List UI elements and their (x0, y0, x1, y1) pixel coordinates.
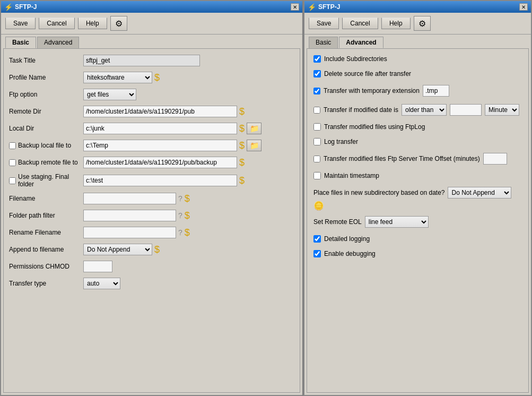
transfer-modified-files-label: Transfer modified files using FtpLog (324, 123, 425, 131)
right-gear-button[interactable]: ⚙ (414, 16, 431, 31)
delete-source-label: Delete source file after transfer (324, 70, 411, 78)
detailed-logging-label: Detailed logging (324, 235, 370, 243)
local-dir-row: Local Dir $ 📁 (9, 122, 294, 135)
log-transfer-checkbox[interactable] (313, 138, 321, 145)
right-panel-content: Include Subdirectories Delete source fil… (307, 48, 529, 393)
remote-dir-input[interactable] (83, 106, 237, 117)
right-help-button[interactable]: Help (381, 18, 411, 29)
backup-remote-label: Backup remote file to (18, 159, 78, 166)
left-window: ⚡ SFTP-J ✕ Save Cancel Help ⚙ Basic Adva… (0, 0, 303, 396)
filename-dollar-icon[interactable]: $ (185, 193, 190, 204)
maintain-timestamp-label: Maintain timestamp (324, 172, 379, 179)
task-title-label: Task Title (9, 57, 83, 64)
staging-row: Use staging. Final folder $ (9, 173, 294, 188)
right-tab-basic[interactable]: Basic (309, 37, 338, 48)
detailed-logging-checkbox[interactable] (313, 235, 321, 243)
append-dollar-icon[interactable]: $ (154, 244, 160, 255)
remote-dir-label: Remote Dir (9, 108, 83, 115)
left-help-button[interactable]: Help (78, 18, 107, 29)
left-tab-basic[interactable]: Basic (5, 37, 36, 48)
enable-debugging-label: Enable debugging (324, 250, 376, 257)
left-close-button[interactable]: ✕ (291, 3, 299, 11)
transfer-modified-files-checkbox[interactable] (313, 123, 321, 131)
backup-local-folder-button[interactable]: 📁 (247, 140, 261, 151)
folder-path-dollar-icon[interactable]: $ (185, 210, 190, 221)
log-transfer-row: Log transfer (313, 138, 522, 145)
backup-remote-input[interactable] (83, 157, 237, 168)
rename-question-icon: ? (178, 228, 182, 237)
transfer-type-row: Transfer type auto (9, 277, 294, 290)
transfer-modified-date-row: Transfer if modified date is older than … (313, 104, 522, 116)
filename-label: Filename (9, 195, 83, 202)
staging-label: Use staging. Final folder (18, 173, 83, 188)
right-tabs: Basic Advanced (304, 35, 531, 48)
local-dir-folder-button[interactable]: 📁 (247, 123, 261, 134)
staging-checkbox[interactable] (9, 177, 16, 184)
profile-name-dollar-icon[interactable]: $ (154, 72, 160, 83)
modified-date-value-input[interactable] (450, 104, 482, 116)
rename-input[interactable] (83, 227, 176, 238)
profile-name-select[interactable]: hiteksoftware (83, 72, 152, 83)
transfer-type-select[interactable]: auto (83, 278, 120, 289)
left-gear-button[interactable]: ⚙ (110, 16, 127, 31)
backup-remote-checkbox[interactable] (9, 159, 16, 166)
enable-debugging-checkbox[interactable] (313, 250, 321, 257)
coin-icon[interactable]: 🪙 (313, 201, 324, 210)
log-transfer-label: Log transfer (324, 138, 358, 145)
local-dir-dollar-icon[interactable]: $ (239, 123, 245, 134)
left-title-bar-left: ⚡ SFTP-J (4, 3, 37, 11)
delete-source-checkbox[interactable] (313, 70, 321, 78)
right-cancel-button[interactable]: Cancel (342, 18, 378, 29)
transfer-modified-date-checkbox[interactable] (313, 107, 320, 114)
chmod-row: Permissions CHMOD (9, 260, 294, 273)
backup-remote-row: Backup remote file to $ (9, 156, 294, 169)
maintain-timestamp-checkbox[interactable] (313, 172, 321, 179)
staging-input[interactable] (83, 175, 237, 186)
transfer-offset-input[interactable] (483, 153, 507, 165)
detailed-logging-row: Detailed logging (313, 235, 522, 243)
transfer-temp-label: Transfer with temporary extension (324, 87, 420, 94)
rename-dollar-icon[interactable]: $ (185, 227, 190, 238)
ftp-option-select[interactable]: get files (83, 89, 136, 100)
backup-remote-dollar-icon[interactable]: $ (239, 157, 245, 168)
transfer-temp-input[interactable] (423, 85, 449, 97)
local-dir-input[interactable] (83, 123, 237, 134)
chmod-input[interactable] (83, 261, 112, 272)
right-save-button[interactable]: Save (309, 18, 339, 29)
right-close-button[interactable]: ✕ (519, 3, 528, 11)
left-cancel-button[interactable]: Cancel (39, 18, 74, 29)
right-title-bar: ⚡ SFTP-J ✕ (304, 1, 531, 13)
include-subdirectories-label: Include Subdirectories (324, 55, 387, 63)
left-panel-content: Task Title Profile Name hiteksoftware $ … (3, 48, 300, 393)
folder-path-input[interactable] (83, 210, 176, 221)
transfer-temp-row: Transfer with temporary extension (313, 85, 522, 97)
transfer-temp-checkbox[interactable] (313, 88, 320, 94)
task-title-input[interactable] (83, 55, 200, 66)
right-tab-advanced[interactable]: Advanced (339, 37, 383, 48)
left-save-button[interactable]: Save (5, 18, 36, 29)
append-select[interactable]: Do Not Append (83, 244, 152, 255)
left-toolbar: Save Cancel Help ⚙ (1, 13, 302, 35)
backup-local-checkbox[interactable] (9, 142, 16, 149)
older-than-select[interactable]: older than (402, 104, 447, 116)
backup-local-dollar-icon[interactable]: $ (239, 140, 245, 151)
left-tab-advanced[interactable]: Advanced (37, 37, 79, 48)
place-files-select[interactable]: Do Not Append (448, 187, 511, 199)
folder-path-question-icon: ? (178, 211, 182, 220)
append-label: Append to filename (9, 246, 83, 253)
staging-dollar-icon[interactable]: $ (239, 175, 245, 186)
include-subdirectories-checkbox[interactable] (313, 55, 321, 63)
filename-input[interactable] (83, 193, 176, 204)
task-title-row: Task Title (9, 54, 294, 67)
eol-row: Set Remote EOL line feed (313, 216, 522, 228)
minute-select[interactable]: Minute (485, 104, 519, 116)
transfer-offset-checkbox[interactable] (313, 156, 320, 162)
eol-label: Set Remote EOL (313, 218, 362, 226)
remote-dir-row: Remote Dir $ (9, 105, 294, 118)
right-title-bar-left: ⚡ SFTP-J (308, 3, 340, 11)
remote-dir-dollar-icon[interactable]: $ (239, 106, 245, 117)
rename-row: Rename Filename ? $ (9, 226, 294, 239)
eol-select[interactable]: line feed (365, 216, 429, 228)
ftp-option-label: Ftp option (9, 91, 83, 98)
backup-local-input[interactable] (83, 140, 237, 151)
